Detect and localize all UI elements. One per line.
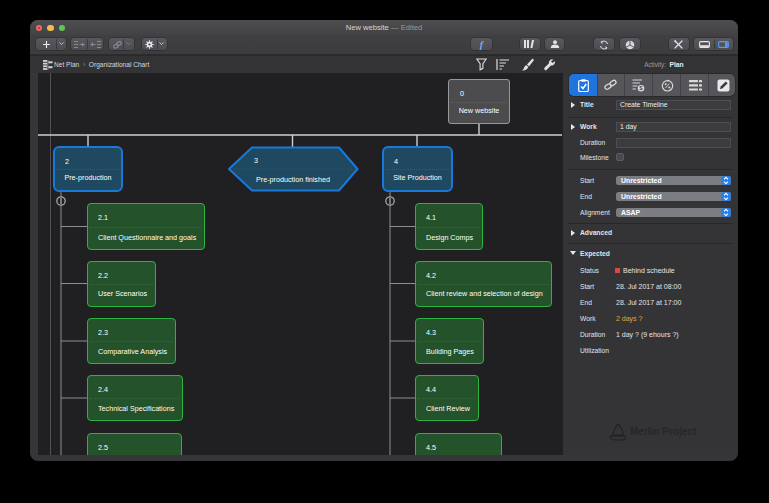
svg-text:3: 3 (254, 156, 258, 165)
svg-text:Pre-production finished: Pre-production finished (256, 175, 330, 184)
